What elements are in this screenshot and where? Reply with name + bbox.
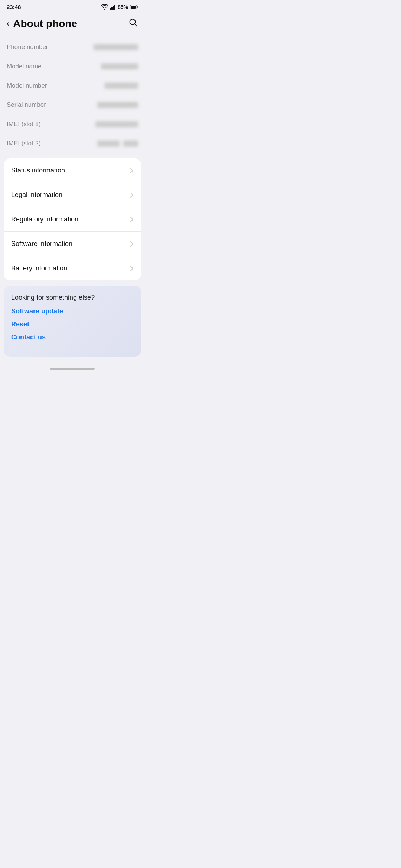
status-time: 23:48 — [7, 4, 21, 10]
svg-rect-5 — [131, 6, 136, 9]
software-update-link[interactable]: Software update — [11, 308, 134, 315]
phone-number-label: Phone number — [7, 43, 48, 51]
imei-slot1-value-blurred — [95, 121, 138, 127]
software-information-label: Software information — [11, 240, 72, 248]
imei-slot1-label: IMEI (slot 1) — [7, 121, 41, 128]
model-number-value-blurred — [105, 83, 138, 89]
page-title: About phone — [13, 18, 77, 30]
chevron-right-icon — [130, 168, 134, 174]
legal-information-label: Legal information — [11, 191, 62, 199]
svg-line-7 — [135, 24, 137, 27]
imei-slot2-value-blurred — [97, 141, 120, 147]
model-name-label: Model name — [7, 63, 42, 70]
phone-number-value-blurred — [94, 44, 138, 50]
status-bar: 23:48 85% — [0, 0, 145, 12]
search-button[interactable] — [128, 18, 138, 30]
svg-rect-3 — [114, 5, 115, 10]
svg-rect-0 — [110, 8, 111, 10]
phone-number-row[interactable]: Phone number — [7, 37, 138, 57]
battery-percent: 85% — [118, 4, 128, 10]
battery-information-item[interactable]: Battery information — [4, 256, 141, 280]
contact-us-link[interactable]: Contact us — [11, 333, 134, 341]
status-information-label: Status information — [11, 167, 65, 174]
looking-for-section: Looking for something else? Software upd… — [4, 286, 141, 357]
serial-number-row[interactable]: Serial number — [7, 95, 138, 115]
svg-rect-2 — [113, 6, 114, 10]
signal-icon — [110, 4, 116, 10]
software-information-item[interactable]: Software information — [4, 232, 141, 256]
looking-for-heading: Looking for something else? — [11, 294, 134, 302]
status-icons: 85% — [101, 4, 138, 10]
model-name-value-blurred — [101, 63, 138, 69]
battery-icon — [130, 5, 138, 9]
serial-number-label: Serial number — [7, 101, 46, 109]
red-arrow-annotation — [140, 239, 141, 249]
page-header: ‹ About phone — [0, 12, 145, 37]
imei-slot1-row[interactable]: IMEI (slot 1) — [7, 115, 138, 134]
regulatory-information-item[interactable]: Regulatory information — [4, 207, 141, 232]
reset-link[interactable]: Reset — [11, 320, 134, 328]
home-indicator-bar — [50, 368, 95, 370]
imei-slot2-label: IMEI (slot 2) — [7, 140, 41, 147]
battery-information-label: Battery information — [11, 264, 67, 272]
status-information-item[interactable]: Status information — [4, 158, 141, 183]
menu-section: Status information Legal information Reg… — [4, 158, 141, 280]
serial-number-value-blurred — [97, 102, 138, 108]
header-left: ‹ About phone — [5, 17, 77, 30]
chevron-right-icon — [130, 217, 134, 223]
model-number-label: Model number — [7, 82, 47, 89]
chevron-right-icon — [130, 266, 134, 272]
imei-slot2-value-blurred2 — [123, 141, 138, 147]
model-name-row[interactable]: Model name — [7, 57, 138, 76]
device-info-section: Phone number Model name Model number Ser… — [0, 37, 145, 153]
chevron-right-icon — [130, 241, 134, 247]
regulatory-information-label: Regulatory information — [11, 216, 78, 223]
model-number-row[interactable]: Model number — [7, 76, 138, 95]
chevron-right-icon — [130, 192, 134, 198]
imei-slot2-row[interactable]: IMEI (slot 2) — [7, 134, 138, 153]
svg-rect-1 — [111, 7, 113, 10]
wifi-icon — [101, 4, 108, 10]
back-button[interactable]: ‹ — [5, 17, 11, 30]
legal-information-item[interactable]: Legal information — [4, 183, 141, 207]
home-indicator — [0, 364, 145, 375]
